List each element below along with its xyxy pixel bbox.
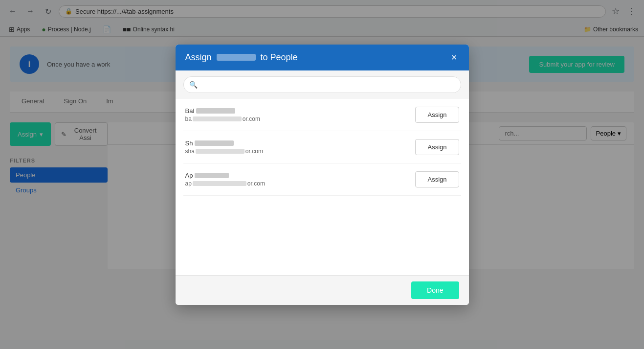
- person-name-2: Sh: [185, 140, 263, 147]
- email-redacted-3: [193, 181, 246, 186]
- person-row-2: Sh sha or.com Assign: [183, 131, 461, 163]
- person-row-1: Bal ba or.com Assign: [183, 99, 461, 131]
- modal-overlay: Assign to People × 🔍: [0, 37, 644, 340]
- person-name-redacted-1: [196, 108, 235, 114]
- modal-title-to-people: to People: [261, 52, 298, 63]
- person-row-3: Ap ap or.com Assign: [183, 163, 461, 196]
- person-email-1: ba or.com: [185, 116, 260, 122]
- person-name-3: Ap: [185, 172, 265, 179]
- assign-button-3[interactable]: Assign: [415, 171, 459, 187]
- modal-footer: Done: [176, 275, 469, 305]
- email-prefix-2: sha: [185, 148, 195, 155]
- person-name-prefix-3: Ap: [185, 172, 193, 179]
- person-email-2: sha or.com: [185, 148, 263, 155]
- person-email-3: ap or.com: [185, 180, 265, 187]
- email-suffix-2: or.com: [245, 148, 263, 155]
- modal-title-assign: Assign: [185, 52, 212, 63]
- modal-close-button[interactable]: ×: [449, 52, 459, 62]
- person-info-3: Ap ap or.com: [185, 172, 265, 187]
- assign-button-2[interactable]: Assign: [415, 139, 459, 155]
- modal-search-area: 🔍: [176, 70, 469, 99]
- email-suffix-1: or.com: [243, 116, 260, 122]
- email-prefix-3: ap: [185, 180, 192, 187]
- person-name-1: Bal: [185, 107, 260, 115]
- email-redacted-2: [196, 149, 244, 154]
- email-suffix-3: or.com: [247, 180, 265, 187]
- person-info-2: Sh sha or.com: [185, 140, 263, 155]
- modal-search-input[interactable]: [183, 76, 461, 93]
- page-background: i Once you have a work Submit your app f…: [0, 37, 644, 340]
- modal-search-wrapper: 🔍: [183, 76, 461, 93]
- modal-search-icon: 🔍: [189, 81, 198, 89]
- modal-title: Assign to People: [185, 52, 298, 63]
- email-prefix-1: ba: [185, 116, 192, 122]
- person-name-redacted-3: [195, 173, 229, 178]
- person-name-redacted-2: [195, 140, 234, 146]
- modal-body: Bal ba or.com Assign: [176, 99, 469, 275]
- done-button[interactable]: Done: [411, 281, 459, 299]
- person-info-1: Bal ba or.com: [185, 107, 260, 122]
- assign-button-1[interactable]: Assign: [415, 107, 459, 123]
- modal-header: Assign to People ×: [176, 45, 469, 70]
- email-redacted-1: [193, 116, 242, 121]
- person-name-prefix-2: Sh: [185, 140, 193, 147]
- assign-to-people-modal: Assign to People × 🔍: [176, 45, 469, 305]
- person-name-prefix-1: Bal: [185, 107, 195, 115]
- modal-title-redacted: [217, 54, 256, 61]
